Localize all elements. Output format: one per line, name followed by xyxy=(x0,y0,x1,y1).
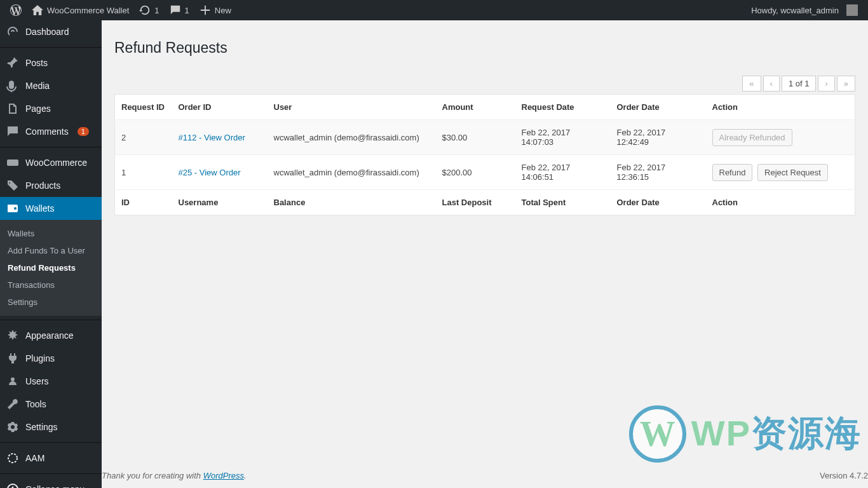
col-amount: Amount xyxy=(436,95,515,120)
refund-button[interactable]: Refund xyxy=(712,164,753,181)
cell-order-date: Feb 22, 2017 12:42:49 xyxy=(611,120,706,155)
watermark-logo-letter: W xyxy=(640,414,675,454)
submenu-refund-requests[interactable]: Refund Requests xyxy=(0,259,102,276)
avatar xyxy=(846,4,858,16)
cell-request-id: 2 xyxy=(115,120,172,155)
menu-dashboard[interactable]: Dashboard xyxy=(0,20,102,43)
fcol-username: Username xyxy=(172,190,268,215)
updates-count: 1 xyxy=(154,6,159,15)
svg-rect-0 xyxy=(7,159,18,166)
tools-icon xyxy=(6,398,19,410)
table-row: 1 #25 - View Order wcwallet_admin (demo@… xyxy=(115,155,855,190)
cell-order-id: #25 - View Order xyxy=(172,155,268,190)
cell-order-id: #112 - View Order xyxy=(172,120,268,155)
products-icon xyxy=(6,179,19,192)
watermark-wp: WP xyxy=(691,413,751,453)
wallet-icon xyxy=(6,202,19,215)
menu-label: Tools xyxy=(25,399,46,409)
reject-button[interactable]: Reject Request xyxy=(757,164,828,181)
fcol-order-date: Order Date xyxy=(611,190,706,215)
menu-plugins[interactable]: Plugins xyxy=(0,347,102,370)
thanks-suffix: . xyxy=(244,471,247,480)
updates[interactable]: 1 xyxy=(134,0,164,20)
users-icon xyxy=(6,375,19,388)
menu-media[interactable]: Media xyxy=(0,74,102,97)
already-refunded-button: Already Refunded xyxy=(712,129,792,146)
svg-point-1 xyxy=(8,454,17,463)
wordpress-link[interactable]: WordPress xyxy=(203,471,244,480)
menu-wallets[interactable]: Wallets xyxy=(0,197,102,220)
submenu-transactions[interactable]: Transactions xyxy=(0,276,102,294)
collapse-icon xyxy=(6,483,19,488)
menu-appearance[interactable]: Appearance xyxy=(0,324,102,347)
submenu-settings[interactable]: Settings xyxy=(0,294,102,311)
pager-last[interactable]: » xyxy=(837,76,855,92)
comments-indicator[interactable]: 1 xyxy=(165,0,194,20)
menu-users[interactable]: Users xyxy=(0,370,102,393)
menu-label: Posts xyxy=(25,58,48,68)
account-menu[interactable]: Howdy, wcwallet_admin xyxy=(746,0,863,20)
site-title: WooCommerce Wallet xyxy=(47,6,129,15)
menu-comments[interactable]: Comments 1 xyxy=(0,120,102,143)
menu-label: Media xyxy=(25,81,50,91)
cell-request-id: 1 xyxy=(115,155,172,190)
new-content[interactable]: New xyxy=(194,0,236,20)
comments-badge: 1 xyxy=(78,127,89,136)
wp-logo[interactable] xyxy=(5,0,27,20)
menu-products[interactable]: Products xyxy=(0,174,102,197)
col-order-id: Order ID xyxy=(172,95,268,120)
cell-action: Refund Reject Request xyxy=(706,155,855,190)
admin-footer: Thank you for creating with WordPress. V… xyxy=(102,463,868,488)
separator xyxy=(0,473,102,474)
watermark-cn: 资源海 xyxy=(751,413,862,453)
watermark-text: WP资源海 xyxy=(691,410,862,458)
submenu-wallets[interactable]: Wallets xyxy=(0,225,102,242)
col-action: Action xyxy=(706,95,855,120)
media-icon xyxy=(6,79,19,92)
wordpress-icon xyxy=(10,4,22,16)
pages-icon xyxy=(6,102,19,115)
woocommerce-icon xyxy=(6,156,19,169)
comments-count: 1 xyxy=(185,6,189,15)
aam-icon xyxy=(6,452,19,464)
fcol-action: Action xyxy=(706,190,855,215)
menu-label: Plugins xyxy=(25,353,55,363)
pin-icon xyxy=(6,57,19,69)
refund-requests-table: Request ID Order ID User Amount Request … xyxy=(114,94,855,215)
plus-icon xyxy=(200,4,211,16)
site-home[interactable]: WooCommerce Wallet xyxy=(27,0,134,20)
menu-pages[interactable]: Pages xyxy=(0,97,102,120)
admin-bar: WooCommerce Wallet 1 1 New Howdy, wcwall… xyxy=(0,0,868,20)
pager-info: 1 of 1 xyxy=(782,76,817,92)
appearance-icon xyxy=(6,329,19,342)
pager-prev[interactable]: ‹ xyxy=(763,76,780,92)
wallets-submenu: Wallets Add Funds To a User Refund Reque… xyxy=(0,220,102,316)
menu-label: AAM xyxy=(25,453,44,463)
menu-label: Settings xyxy=(25,422,58,432)
order-link[interactable]: #112 - View Order xyxy=(179,133,245,142)
table-row: 2 #112 - View Order wcwallet_admin (demo… xyxy=(115,120,855,155)
menu-settings[interactable]: Settings xyxy=(0,416,102,438)
collapse-menu[interactable]: Collapse menu xyxy=(0,478,102,488)
comment-icon xyxy=(170,4,181,16)
col-user: User xyxy=(268,95,436,120)
menu-aam[interactable]: AAM xyxy=(0,447,102,470)
submenu-add-funds[interactable]: Add Funds To a User xyxy=(0,242,102,259)
cell-action: Already Refunded xyxy=(706,120,855,155)
menu-posts[interactable]: Posts xyxy=(0,51,102,74)
pager-next[interactable]: › xyxy=(818,76,834,92)
pagination: « ‹ 1 of 1 › » xyxy=(114,76,855,92)
menu-tools[interactable]: Tools xyxy=(0,393,102,416)
separator xyxy=(0,442,102,443)
order-link[interactable]: #25 - View Order xyxy=(179,168,241,177)
fcol-total-spent: Total Spent xyxy=(515,190,611,215)
version-text: Version 4.7.2 xyxy=(820,471,868,480)
menu-woocommerce[interactable]: WooCommerce xyxy=(0,151,102,174)
separator xyxy=(0,320,102,320)
new-label: New xyxy=(215,6,231,15)
menu-label: Products xyxy=(25,180,60,191)
menu-label: WooCommerce xyxy=(25,158,87,168)
main-content: Refund Requests « ‹ 1 of 1 › » Request I… xyxy=(102,20,868,488)
cell-order-date: Feb 22, 2017 12:36:15 xyxy=(611,155,706,190)
pager-first[interactable]: « xyxy=(742,76,761,92)
